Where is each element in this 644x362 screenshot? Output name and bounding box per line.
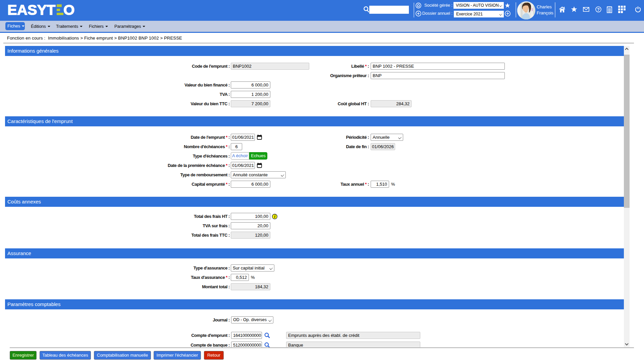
svg-text:?: ? — [597, 7, 600, 12]
